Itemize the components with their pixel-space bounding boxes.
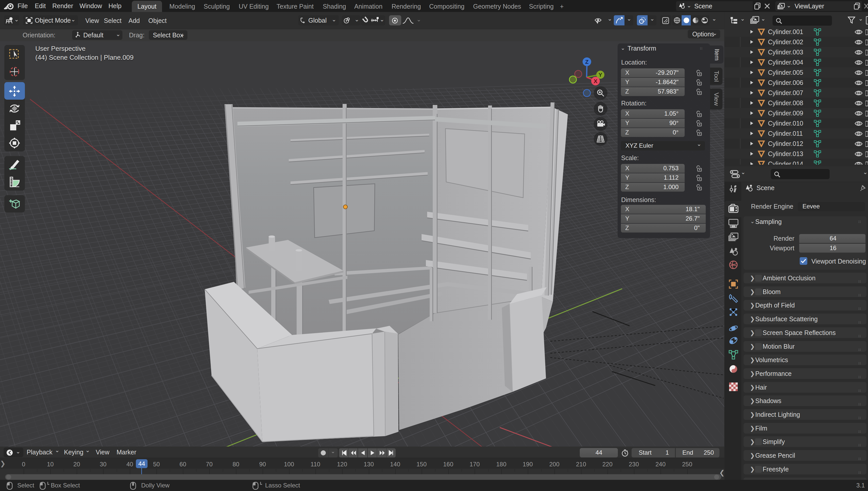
svg-text:X: X (594, 78, 597, 84)
svg-text:Y: Y (598, 72, 602, 78)
svg-text:Z: Z (585, 59, 588, 65)
